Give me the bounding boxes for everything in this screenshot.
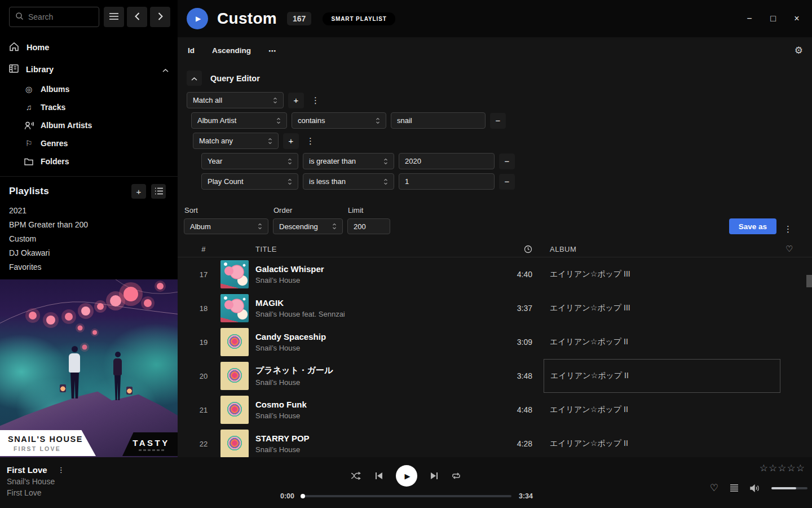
- chevron-left-icon: [135, 12, 140, 22]
- close-button[interactable]: ×: [788, 10, 805, 27]
- now-playing-menu-icon[interactable]: ⋮: [55, 466, 68, 474]
- next-track-button[interactable]: [430, 472, 438, 480]
- table-row[interactable]: 22 STARRY POP Snail’s House 4:28 エイリアン☆ポ…: [178, 427, 812, 458]
- match-type-select[interactable]: Match all: [187, 92, 284, 108]
- rule-operator-select[interactable]: is less than: [303, 173, 394, 190]
- group-menu-icon[interactable]: ⋮: [303, 136, 317, 146]
- queue-button[interactable]: [730, 484, 739, 492]
- sort-direction-control[interactable]: Ascending: [212, 46, 251, 55]
- rule-value-input[interactable]: [399, 173, 495, 190]
- scrollbar-thumb[interactable]: [806, 275, 812, 287]
- track-duration: 4:28: [493, 439, 544, 448]
- track-number: 20: [187, 372, 220, 380]
- rule-value-input[interactable]: [391, 112, 486, 129]
- add-rule-button[interactable]: +: [283, 133, 299, 149]
- sort-bar: Sort Album Order Descending Limit: [184, 206, 795, 234]
- title-column-header[interactable]: TITLE: [255, 245, 493, 253]
- track-album-focused[interactable]: エイリアン☆ポップ II: [544, 359, 780, 393]
- sort-field-control[interactable]: Id: [188, 46, 195, 55]
- track-duration: 4:40: [493, 270, 544, 279]
- sidebar-item-tracks[interactable]: ♫ Tracks: [0, 98, 178, 116]
- maximize-button[interactable]: □: [765, 10, 782, 27]
- rule-operator-select[interactable]: is greater than: [303, 153, 394, 169]
- rule-field-select[interactable]: Play Count: [201, 173, 298, 190]
- table-row[interactable]: 21 Cosmo Funk Snail’s House 4:48 エイリアン☆ポ…: [178, 393, 812, 427]
- star-icon[interactable]: ☆: [769, 463, 777, 473]
- match-type-select[interactable]: Match any: [193, 133, 279, 149]
- search-input[interactable]: [28, 12, 93, 21]
- limit-input[interactable]: [347, 218, 390, 234]
- volume-button[interactable]: [750, 484, 760, 492]
- rule-value-input[interactable]: [399, 153, 495, 169]
- rule-field-select[interactable]: Album Artist: [191, 112, 287, 129]
- track-artist: Snail’s House: [255, 344, 493, 352]
- previous-track-button[interactable]: [375, 472, 383, 480]
- number-column-header[interactable]: #: [187, 245, 220, 253]
- play-playlist-button[interactable]: ▶: [187, 8, 208, 29]
- sidebar-item-genres[interactable]: ⚐ Genres: [0, 134, 178, 152]
- playlists-buttons: +: [131, 184, 166, 199]
- save-as-button[interactable]: Save as: [729, 218, 776, 234]
- forward-button[interactable]: [150, 7, 170, 27]
- sidebar-item-folders[interactable]: Folders: [0, 152, 178, 170]
- play-pause-button[interactable]: ▶: [396, 465, 417, 487]
- more-options-icon[interactable]: ⋯: [268, 46, 277, 55]
- minimize-button[interactable]: −: [741, 10, 758, 27]
- repeat-button[interactable]: [451, 472, 461, 480]
- track-info: MAGIK Snail’s House feat. Sennzai: [255, 298, 493, 318]
- save-menu-icon[interactable]: ⋮: [781, 224, 795, 234]
- playlist-list-button[interactable]: [151, 184, 166, 199]
- remove-rule-button[interactable]: −: [499, 174, 515, 190]
- star-icon[interactable]: ☆: [778, 463, 786, 473]
- playlist-item-bpm[interactable]: BPM Greater than 200: [0, 218, 178, 232]
- chevron-up-icon[interactable]: [162, 65, 169, 74]
- record-label-logo: TASTY: [130, 438, 170, 448]
- back-button[interactable]: [127, 7, 147, 27]
- limit-group: Limit: [347, 206, 390, 234]
- menu-button[interactable]: [104, 7, 124, 27]
- star-icon[interactable]: ☆: [760, 463, 768, 473]
- favorite-column-header[interactable]: ♡: [780, 244, 812, 254]
- rule-field-select[interactable]: Year: [201, 153, 298, 169]
- album-art-figure-woman: [112, 352, 124, 400]
- list-icon: [155, 187, 163, 196]
- remove-rule-button[interactable]: −: [499, 154, 515, 169]
- seek-handle[interactable]: [301, 494, 305, 498]
- remove-rule-button[interactable]: −: [490, 113, 506, 129]
- playlist-item-favorites[interactable]: Favorites: [0, 260, 178, 274]
- sidebar-item-album-artists[interactable]: Album Artists: [0, 116, 178, 134]
- table-row[interactable]: 19 Candy Spaceship Snail’s House 3:09 エイ…: [178, 325, 812, 359]
- table-row[interactable]: 18 MAGIK Snail’s House feat. Sennzai 3:3…: [178, 291, 812, 325]
- query-rule-row: Year is greater than −: [201, 153, 515, 169]
- table-row[interactable]: 20 プラネット・ガール Snail’s House 3:48 エイリアン☆ポッ…: [178, 359, 812, 393]
- duration-column-header[interactable]: [493, 245, 544, 253]
- rule-operator-select[interactable]: contains: [292, 112, 386, 129]
- star-icon[interactable]: ☆: [787, 463, 796, 473]
- volume-slider[interactable]: [771, 487, 807, 489]
- add-playlist-button[interactable]: +: [131, 184, 146, 199]
- collapse-query-editor-button[interactable]: [187, 71, 202, 86]
- sort-select[interactable]: Album: [184, 218, 268, 234]
- order-select[interactable]: Descending: [273, 218, 343, 234]
- track-artist: Snail’s House: [255, 276, 493, 284]
- star-icon[interactable]: ☆: [796, 463, 805, 473]
- shuffle-button[interactable]: [351, 472, 362, 480]
- sort-label: Sort: [184, 206, 268, 214]
- add-rule-button[interactable]: +: [288, 93, 304, 108]
- album-column-header[interactable]: ALBUM: [544, 245, 780, 253]
- order-label: Order: [273, 206, 343, 214]
- sidebar-item-label: Library: [26, 65, 54, 74]
- playlist-item-2021[interactable]: 2021: [0, 204, 178, 218]
- playlist-item-custom[interactable]: Custom: [0, 232, 178, 246]
- group-menu-icon[interactable]: ⋮: [308, 95, 323, 106]
- table-row[interactable]: 17 Galactic Whisper Snail’s House 4:40 エ…: [178, 257, 812, 291]
- seek-bar[interactable]: [302, 495, 511, 497]
- settings-gear-icon[interactable]: ⚙: [795, 45, 803, 56]
- favorite-button[interactable]: ♡: [710, 482, 718, 494]
- playlist-item-dj-okawari[interactable]: DJ Okawari: [0, 246, 178, 260]
- sidebar-item-home[interactable]: Home: [0, 36, 178, 59]
- album-art-title: FIRST LOVE: [14, 445, 96, 452]
- search-box[interactable]: [9, 7, 99, 27]
- sidebar-item-library[interactable]: Library: [0, 59, 178, 80]
- sidebar-item-albums[interactable]: ◎ Albums: [0, 80, 178, 98]
